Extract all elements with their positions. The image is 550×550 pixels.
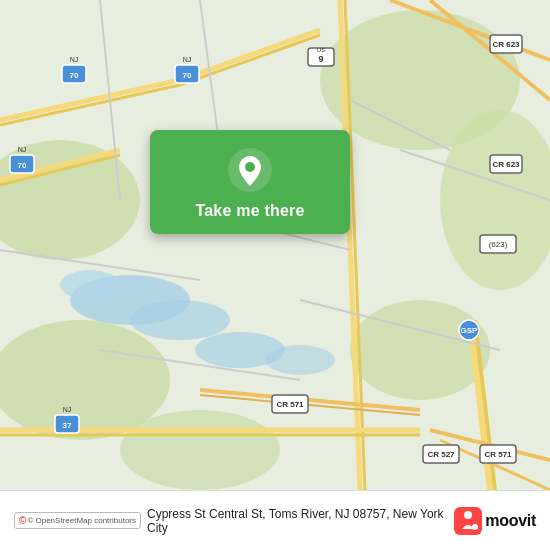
svg-text:GSP: GSP xyxy=(461,326,479,335)
moovit-icon xyxy=(454,507,482,535)
svg-text:70: 70 xyxy=(183,71,192,80)
osm-text: © OpenStreetMap contributors xyxy=(27,516,136,525)
svg-point-11 xyxy=(60,270,120,300)
take-me-there-card[interactable]: Take me there xyxy=(150,130,350,234)
svg-text:US: US xyxy=(317,47,325,53)
svg-text:NJ: NJ xyxy=(63,406,72,413)
svg-point-8 xyxy=(130,300,230,340)
svg-text:CR 527: CR 527 xyxy=(427,450,455,459)
svg-text:70: 70 xyxy=(70,71,79,80)
svg-point-6 xyxy=(120,410,280,490)
svg-text:NJ: NJ xyxy=(183,56,192,63)
svg-text:CR 623: CR 623 xyxy=(492,160,520,169)
moovit-logo: moovit xyxy=(454,507,536,535)
take-me-there-label: Take me there xyxy=(195,202,304,220)
osm-attribution: © © OpenStreetMap contributors xyxy=(14,512,141,529)
svg-point-5 xyxy=(350,300,490,400)
svg-text:NJ: NJ xyxy=(18,146,27,153)
svg-text:CR 571: CR 571 xyxy=(276,400,304,409)
svg-point-68 xyxy=(245,162,255,172)
map-container: 70 NJ 70 NJ US 9 70 NJ CR 623 CR 623 (62… xyxy=(0,0,550,490)
svg-point-71 xyxy=(472,524,478,530)
svg-point-10 xyxy=(265,345,335,375)
svg-text:CR 623: CR 623 xyxy=(492,40,520,49)
svg-text:37: 37 xyxy=(63,421,72,430)
bottom-bar: © © OpenStreetMap contributors Cypress S… xyxy=(0,490,550,550)
svg-text:(623): (623) xyxy=(489,240,508,249)
svg-point-70 xyxy=(464,511,472,519)
svg-text:70: 70 xyxy=(18,161,27,170)
moovit-text: moovit xyxy=(485,512,536,530)
address-text: Cypress St Central St, Toms River, NJ 08… xyxy=(147,507,454,535)
svg-text:CR 571: CR 571 xyxy=(484,450,512,459)
copyright-icon: © xyxy=(19,515,26,526)
svg-text:NJ: NJ xyxy=(70,56,79,63)
svg-text:9: 9 xyxy=(318,54,323,64)
location-pin-icon xyxy=(228,148,272,192)
